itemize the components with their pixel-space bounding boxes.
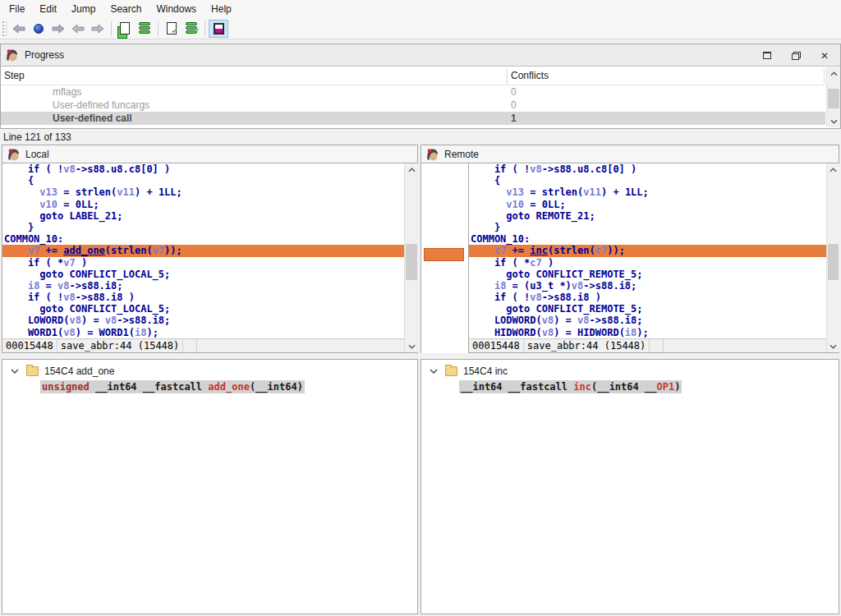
remote-pane-title: Remote	[444, 149, 479, 160]
local-function-signature[interactable]: unsigned __int64 __fastcall add_one(__in…	[40, 380, 305, 393]
menu-jump[interactable]: Jump	[64, 1, 103, 17]
remote-statusbar: 00015448save_abbr:44 (15448)	[468, 338, 826, 352]
code-line[interactable]: if ( !v8->s88.i8 )	[469, 292, 826, 303]
menu-file[interactable]: File	[2, 1, 32, 17]
remote-code-view[interactable]: if ( !v8->s88.u8.c8[0] ) { v13 = strlen(…	[468, 163, 826, 339]
local-scrollbar[interactable]	[404, 163, 418, 352]
remote-function-node[interactable]: 154C4 inc	[421, 364, 508, 379]
table-row[interactable]: mflags0	[1, 85, 825, 99]
menu-edit[interactable]: Edit	[32, 1, 64, 17]
code-line[interactable]: goto CONFLICT_REMOTE_5;	[469, 269, 826, 280]
local-function-pane: 154C4 add_one unsigned __int64 __fastcal…	[2, 359, 418, 614]
code-line[interactable]: {	[469, 175, 826, 186]
toolbar-grip[interactable]	[2, 21, 7, 37]
code-line[interactable]: COMMON_10:	[469, 233, 826, 245]
jump-forward-icon[interactable]	[88, 20, 108, 38]
code-line[interactable]: }	[2, 222, 404, 233]
chevron-down-icon[interactable]	[11, 368, 19, 375]
code-line[interactable]: }	[469, 222, 826, 233]
code-line[interactable]: HIDWORD(v8) = HIDWORD(i8);	[469, 327, 826, 338]
code-line[interactable]: COMMON_10:	[2, 233, 404, 245]
local-database-icon[interactable]	[115, 20, 135, 38]
folder-icon	[26, 366, 39, 376]
folder-icon	[445, 366, 457, 376]
main-toolbar: ✓ ✓	[0, 18, 841, 39]
code-line[interactable]: v10 = 0LL;	[2, 199, 404, 210]
status-cell: 00015448	[469, 339, 524, 352]
status-cell: save_abbr:44 (15448)	[524, 339, 650, 352]
merge-view-icon[interactable]	[209, 20, 228, 38]
code-line[interactable]: goto CONFLICT_REMOTE_5;	[469, 303, 826, 315]
close-button[interactable]: ✕	[816, 48, 834, 64]
local-pane-title: Local	[25, 149, 49, 160]
table-row[interactable]: User-defined funcargs0	[1, 99, 825, 112]
code-line[interactable]: if ( !v8->s88.u8.c8[0] )	[2, 163, 404, 175]
remote-pane: Remote if ( !v8->s88.u8.c8[0] ) { v13 = …	[420, 145, 839, 353]
code-line[interactable]: if ( !v8->s88.u8.c8[0] )	[469, 163, 826, 175]
chevron-down-icon[interactable]	[430, 368, 438, 375]
code-line[interactable]: v10 = 0LL;	[469, 199, 826, 210]
menu-help[interactable]: Help	[204, 1, 239, 17]
local-function-node[interactable]: 154C4 add_one	[2, 364, 114, 379]
table-header-row: Step Conflicts	[1, 67, 840, 85]
code-line[interactable]: WORD1(v8) = WORD1(i8);	[2, 327, 404, 338]
code-line[interactable]: goto CONFLICT_LOCAL_5;	[2, 269, 404, 280]
ida-pane-icon	[425, 148, 439, 161]
menu-windows[interactable]: Windows	[149, 1, 204, 17]
ida-pane-icon	[7, 148, 20, 161]
code-line[interactable]: LOWORD(v8) = v8->s88.i8;	[2, 315, 404, 326]
progress-window: Progress ✕ Step Conflicts mflags0User-de…	[0, 44, 841, 129]
column-header-conflicts[interactable]: Conflicts	[511, 70, 549, 81]
code-line[interactable]: if ( *v7 )	[2, 257, 404, 269]
code-line[interactable]: v13 = strlen(v11) + 1LL;	[2, 186, 404, 198]
nav-back-icon[interactable]	[9, 20, 29, 38]
remote-pane-header[interactable]: Remote	[421, 145, 839, 163]
accept-list-icon[interactable]: ✓	[182, 20, 201, 38]
column-header-step[interactable]: Step	[4, 70, 25, 81]
remote-diff-gutter	[421, 163, 468, 353]
code-line[interactable]: goto LABEL_21;	[2, 210, 404, 222]
restore-button[interactable]	[787, 48, 805, 64]
remote-function-label[interactable]: 154C4 inc	[463, 365, 508, 377]
code-line[interactable]: i8 = v8->s88.i8;	[2, 280, 404, 292]
code-line[interactable]: if ( *c7 )	[469, 257, 826, 269]
status-cell: 00015448	[2, 339, 57, 352]
local-code-view[interactable]: if ( !v8->s88.u8.c8[0] ) { v13 = strlen(…	[2, 163, 404, 339]
remote-scrollbar[interactable]	[826, 163, 839, 352]
code-line[interactable]: goto REMOTE_21;	[469, 210, 826, 222]
local-pane-header[interactable]: Local	[2, 145, 417, 163]
diff-marker[interactable]	[424, 248, 464, 261]
jump-back-icon[interactable]	[68, 20, 88, 38]
highlighted-code-line[interactable]: v7 += add_one(strlen(v7));	[2, 245, 404, 256]
accept-database-icon[interactable]: ✓	[162, 20, 182, 38]
local-function-label[interactable]: 154C4 add_one	[44, 365, 114, 377]
highlighted-code-line[interactable]: c7 += inc(strlen(c7));	[469, 245, 826, 256]
nav-forward-icon[interactable]	[48, 20, 68, 38]
code-line[interactable]: if ( !v8->s88.i8 )	[2, 292, 404, 303]
menu-search[interactable]: Search	[103, 1, 149, 17]
steps-table: Step Conflicts mflags0User-defined funca…	[1, 67, 840, 128]
local-pane: Local if ( !v8->s88.u8.c8[0] ) { v13 = s…	[2, 145, 418, 353]
code-line[interactable]: LODWORD(v8) = v8->s88.i8;	[469, 315, 826, 326]
remote-function-pane: 154C4 inc __int64 __fastcall inc(__int64…	[420, 359, 839, 614]
progress-title: Progress	[25, 49, 64, 61]
record-position-icon[interactable]	[29, 20, 48, 38]
status-cell: save_abbr:44 (15448)	[57, 339, 184, 352]
status-cell	[650, 339, 663, 352]
menu-bar: FileEditJumpSearchWindowsHelp	[0, 0, 841, 18]
table-scrollbar[interactable]	[826, 67, 840, 127]
code-line[interactable]: v13 = strlen(v11) + 1LL;	[469, 186, 826, 198]
table-row[interactable]: User-defined call1	[1, 112, 825, 125]
local-statusbar: 00015448save_abbr:44 (15448)	[2, 338, 404, 352]
code-line[interactable]: i8 = (u3_t *)v8->s88.i8;	[469, 280, 826, 292]
remote-function-signature[interactable]: __int64 __fastcall inc(__int64 __OP1)	[459, 380, 682, 393]
code-line[interactable]: goto CONFLICT_LOCAL_5;	[2, 303, 404, 315]
local-list-icon[interactable]	[135, 20, 154, 38]
progress-titlebar[interactable]: Progress ✕	[1, 44, 840, 67]
code-line[interactable]: {	[2, 175, 404, 186]
maximize-button[interactable]	[758, 48, 776, 64]
ida-app-icon	[5, 48, 18, 62]
status-cell	[183, 339, 196, 352]
line-status: Line 121 of 133	[3, 130, 71, 145]
